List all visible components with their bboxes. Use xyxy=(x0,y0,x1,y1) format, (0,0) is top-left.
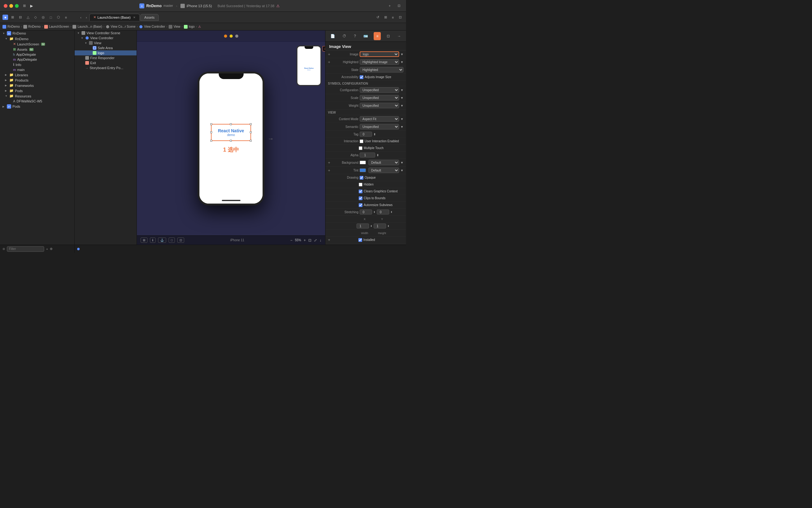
toolbar-icon-btn-3[interactable]: ⊟ xyxy=(17,14,24,20)
layout-button[interactable]: ⊡ xyxy=(396,3,402,9)
tint-color-swatch[interactable] xyxy=(360,168,366,172)
weight-chevron[interactable]: ▼ xyxy=(400,104,404,108)
info-button[interactable]: ℹ xyxy=(150,238,155,243)
storyboard-canvas[interactable]: → React Native xyxy=(137,42,325,235)
sidebar-item-frameworks[interactable]: ▶ 📁 Frameworks xyxy=(0,83,74,88)
alpha-stepper[interactable]: ⬍ xyxy=(376,154,379,157)
image-select[interactable]: logo xyxy=(360,51,399,57)
stretching-x-stepper[interactable]: ⬍ xyxy=(373,211,375,214)
installed-plus-btn[interactable]: + xyxy=(328,238,332,242)
resize-handle-tl[interactable] xyxy=(210,123,212,125)
outline-item-logo[interactable]: logo xyxy=(75,50,137,55)
scale-select[interactable]: Unspecified xyxy=(360,95,399,100)
content-mode-select[interactable]: Aspect Fit xyxy=(360,116,399,122)
stretching-x-input[interactable] xyxy=(360,210,372,214)
toolbar-icon-btn-8[interactable]: ⬡ xyxy=(55,14,62,20)
multiple-touch-checkbox[interactable] xyxy=(359,146,362,150)
resize-handle-bc[interactable] xyxy=(230,140,232,142)
autoresize-checkbox[interactable] xyxy=(359,203,362,207)
tint-chevron[interactable]: ▼ xyxy=(400,169,404,172)
hidden-checkbox[interactable] xyxy=(359,183,362,186)
toolbar-icon-btn-9[interactable]: ≡ xyxy=(63,15,69,20)
sidebar-item-launchscreen[interactable]: ✕ LaunchScreen M xyxy=(0,41,74,47)
nav-forward-button[interactable]: › xyxy=(84,15,89,20)
bg-chevron[interactable]: ▼ xyxy=(400,161,404,164)
breadcrumb-1[interactable]: RnDemo xyxy=(7,25,19,28)
nav-back-button[interactable]: ‹ xyxy=(78,15,83,20)
resize-handle-ml[interactable] xyxy=(210,131,212,133)
clips-bounds-checkbox[interactable] xyxy=(359,197,362,200)
frame-button[interactable]: □ xyxy=(169,238,175,243)
canvas-options-btn[interactable]: ⊡ xyxy=(308,238,311,243)
tint-plus-btn[interactable]: + xyxy=(328,168,332,173)
outline-item-view[interactable]: ▼ View xyxy=(75,40,137,45)
minimize-button[interactable] xyxy=(9,4,13,8)
resize-handle-bl[interactable] xyxy=(210,140,212,142)
background-plus-btn[interactable]: + xyxy=(328,160,332,165)
sidebar-item-dfwawa[interactable]: A DFWaWaSC-W5 xyxy=(0,99,74,104)
sidebar-item-pods-root[interactable]: ▶ P Pods xyxy=(0,104,74,109)
toolbar-icon-btn-5[interactable]: ◇ xyxy=(32,14,39,20)
connections-inspector-btn[interactable]: → xyxy=(396,33,403,40)
config-chevron[interactable]: ▼ xyxy=(400,88,404,92)
sidebar-filter-input[interactable] xyxy=(7,246,44,252)
tag-input[interactable] xyxy=(360,132,372,137)
sidebar-item-libraries[interactable]: ▶ 📁 Libraries xyxy=(0,72,74,78)
maximize-button[interactable] xyxy=(15,4,19,8)
sidebar-item-products[interactable]: ▶ 📁 Products xyxy=(0,78,74,83)
sidebar-item-assets[interactable]: ⊞ Assets M xyxy=(0,47,74,52)
user-interaction-checkbox[interactable] xyxy=(360,139,363,143)
refresh-button[interactable]: ↺ xyxy=(374,14,381,20)
breadcrumb-2[interactable]: RnDemo xyxy=(28,25,40,28)
breadcrumb-6[interactable]: View Controller xyxy=(144,25,165,28)
scale-chevron[interactable]: ▼ xyxy=(400,96,404,99)
content-mode-chevron[interactable]: ▼ xyxy=(400,117,404,121)
background-color-swatch[interactable] xyxy=(360,161,366,164)
attributes-inspector-btn active[interactable]: ≡ xyxy=(374,32,381,40)
tab-close-icon[interactable]: ✕ xyxy=(133,16,136,19)
opaque-checkbox[interactable] xyxy=(360,176,363,180)
logo-image-view[interactable]: React Native demo xyxy=(211,124,251,141)
resize-handle-br[interactable] xyxy=(250,140,252,142)
breadcrumb-4[interactable]: Launch...n (Base) xyxy=(78,25,102,28)
sidebar-item-appdelegate-h[interactable]: h AppDelegate xyxy=(0,52,74,57)
device-orient-btn[interactable]: ⊡ xyxy=(177,238,184,243)
toolbar-icon-btn-1[interactable]: ■ xyxy=(2,15,8,20)
size-inspector-btn[interactable]: ⊡ xyxy=(385,33,392,40)
grid-button[interactable]: ⊞ xyxy=(382,14,389,20)
state-select[interactable]: Highlighted xyxy=(360,67,404,73)
sidebar-item-appdelegate-m[interactable]: m AppDelegate xyxy=(0,57,74,62)
outline-item-firstresponder[interactable]: First Responder xyxy=(75,55,137,60)
quick-help-btn[interactable]: ? xyxy=(352,33,358,40)
weight-select[interactable]: Unspecified xyxy=(360,103,399,108)
breadcrumb-8[interactable]: logo xyxy=(189,25,195,28)
clears-graphics-checkbox[interactable] xyxy=(359,189,362,193)
canvas-expand-btn[interactable]: ↓ xyxy=(319,238,321,243)
sidebar-item-resources[interactable]: ▼ 📁 Resources xyxy=(0,93,74,99)
semantic-chevron[interactable]: ▼ xyxy=(400,125,404,129)
highlighted-select[interactable]: Highlighted Image xyxy=(360,59,399,65)
toolbar-icon-btn-4[interactable]: △ xyxy=(25,14,31,20)
tint-select[interactable]: Default xyxy=(368,167,399,173)
semantic-select[interactable]: Unspecified xyxy=(360,124,399,129)
toolbar-icon-btn-2[interactable]: ⊞ xyxy=(9,14,16,20)
outline-item-storyboard-entry[interactable]: → Storyboard Entry Po... xyxy=(75,66,137,70)
close-button[interactable] xyxy=(4,4,7,8)
tag-stepper[interactable]: ⬍ xyxy=(373,133,376,136)
tab-assets[interactable]: Assets xyxy=(140,14,159,21)
toolbar-icon-btn-7[interactable]: □ xyxy=(48,15,54,20)
sidebar-item-main[interactable]: m main xyxy=(0,67,74,72)
alpha-input[interactable] xyxy=(360,153,375,158)
sidebar-item-rndemo[interactable]: ▼ 📁 RnDemo xyxy=(0,36,74,41)
adjusts-checkbox[interactable] xyxy=(360,75,363,79)
resize-handle-tc[interactable] xyxy=(230,123,232,125)
outline-item-safearea[interactable]: Safe Area xyxy=(75,45,137,50)
image-chevron-btn[interactable]: ▼ xyxy=(400,53,404,56)
highlighted-plus-btn[interactable]: + xyxy=(328,60,332,65)
config-select[interactable]: Unspecified xyxy=(360,87,399,93)
breadcrumb-7[interactable]: View xyxy=(174,25,180,28)
zoom-in-button[interactable]: + xyxy=(304,238,306,243)
background-select[interactable]: Default xyxy=(368,160,399,165)
file-inspector-btn[interactable]: 📄 xyxy=(328,33,337,40)
plus-button[interactable]: ＋ xyxy=(386,2,393,9)
